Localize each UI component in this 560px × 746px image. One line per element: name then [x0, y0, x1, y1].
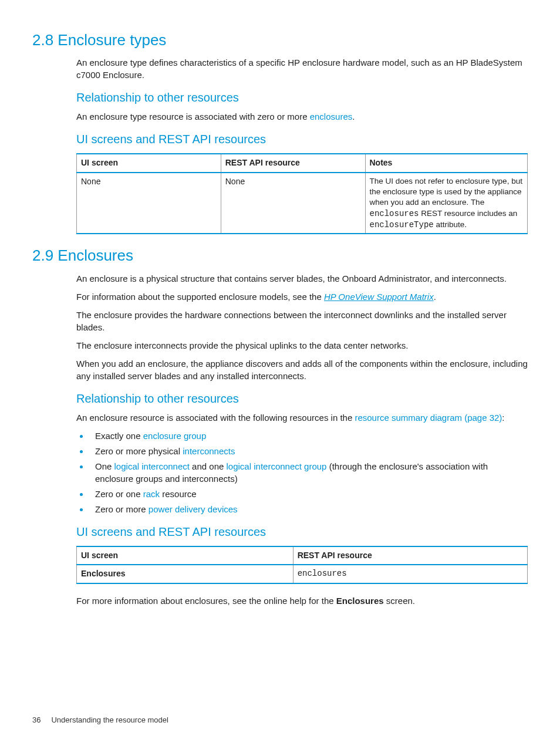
section29-p3: The enclosure provides the hardware conn… — [76, 309, 528, 333]
section-heading-28: 2.8 Enclosure types — [32, 29, 528, 50]
text: Zero or more — [95, 504, 149, 514]
text: : — [502, 413, 504, 423]
section28-rel-text: An enclosure type resource is associated… — [76, 110, 528, 123]
code: enclosures — [370, 209, 419, 218]
td-ui: Enclosures — [77, 565, 294, 583]
bullet-list: Exactly one enclosure group Zero or more… — [76, 430, 528, 515]
section29-p5: When you add an enclosure, the appliance… — [76, 357, 528, 382]
list-item: One logical interconnect and one logical… — [89, 460, 528, 485]
th-ui-screen: UI screen — [77, 546, 294, 565]
list-item: Zero or more power delivery devices — [89, 503, 528, 515]
link-logical-interconnect-group[interactable]: logical interconnect group — [227, 461, 327, 471]
text: An enclosure resource is associated with… — [76, 413, 355, 423]
text: . — [352, 112, 355, 121]
table-header-row: UI screen REST API resource — [77, 546, 528, 565]
text: REST resource includes an — [419, 209, 518, 218]
text: The UI does not refer to enclosure type,… — [370, 177, 522, 207]
link-rack[interactable]: rack — [143, 489, 160, 499]
section29-rel-text: An enclosure resource is associated with… — [76, 411, 528, 424]
td-notes: The UI does not refer to enclosure type,… — [365, 173, 528, 234]
list-item: Zero or one rack resource — [89, 488, 528, 500]
section-heading-29: 2.9 Enclosures — [32, 245, 528, 266]
section28-ui-heading: UI screens and REST API resources — [76, 131, 528, 147]
table-29: UI screen REST API resource Enclosures e… — [76, 546, 528, 584]
text: An enclosure type resource is associated… — [76, 112, 310, 121]
th-ui-screen: UI screen — [77, 154, 221, 173]
table-row: None None The UI does not refer to enclo… — [77, 173, 528, 234]
text: Zero or one — [95, 489, 143, 499]
section28-intro: An enclosure type defines characteristic… — [76, 56, 528, 81]
code: enclosureType — [370, 220, 434, 229]
section29-rel-heading: Relationship to other resources — [76, 390, 528, 407]
link-power-delivery[interactable]: power delivery devices — [149, 504, 238, 514]
section29-ui-heading: UI screens and REST API resources — [76, 524, 528, 540]
text: Exactly one — [95, 431, 143, 441]
link-enclosure-group[interactable]: enclosure group — [143, 431, 207, 441]
link-support-matrix[interactable]: HP OneView Support Matrix — [324, 292, 434, 302]
list-item: Exactly one enclosure group — [89, 430, 528, 442]
link-logical-interconnect[interactable]: logical interconnect — [114, 461, 190, 471]
section29-p2: For information about the supported encl… — [76, 291, 528, 303]
th-rest-api: REST API resource — [221, 154, 365, 173]
text-bold: Enclosures — [336, 596, 384, 606]
text: . — [434, 292, 436, 302]
table-28: UI screen REST API resource Notes None N… — [76, 153, 528, 234]
list-item: Zero or more physical interconnects — [89, 445, 528, 457]
th-rest-api: REST API resource — [293, 546, 527, 565]
text: attribute. — [434, 220, 467, 229]
text: For more information about enclosures, s… — [76, 596, 336, 606]
table-header-row: UI screen REST API resource Notes — [77, 154, 528, 173]
link-resource-summary[interactable]: resource summary diagram (page 32) — [355, 413, 502, 423]
text: For information about the supported encl… — [76, 292, 324, 302]
section29-p1: An enclosure is a physical structure tha… — [76, 272, 528, 285]
text: screen. — [384, 596, 415, 606]
text: One — [95, 461, 114, 471]
section28-rel-heading: Relationship to other resources — [76, 89, 528, 106]
text: Zero or more physical — [95, 446, 183, 456]
text: and one — [190, 461, 227, 471]
section29-footer-text: For more information about enclosures, s… — [76, 595, 528, 607]
link-enclosures[interactable]: enclosures — [310, 112, 353, 121]
th-notes: Notes — [365, 154, 528, 173]
table-row: Enclosures enclosures — [77, 565, 528, 583]
section29-p4: The enclosure interconnects provide the … — [76, 339, 528, 352]
td-ui: None — [77, 173, 221, 234]
text: resource — [160, 489, 197, 499]
link-interconnects[interactable]: interconnects — [183, 446, 235, 456]
td-rest: None — [221, 173, 365, 234]
td-rest: enclosures — [293, 565, 527, 583]
